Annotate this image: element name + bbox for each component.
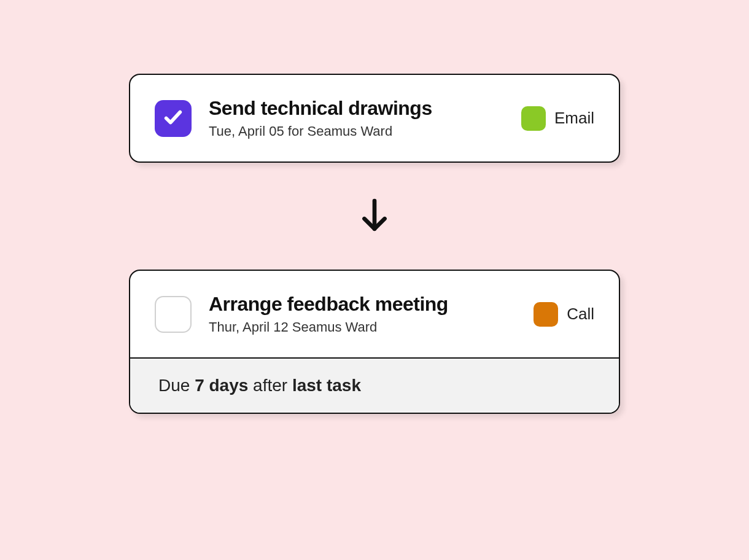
arrow-down-icon (359, 198, 390, 234)
task-card[interactable]: Arrange feedback meeting Thur, April 12 … (129, 270, 620, 414)
due-prefix: Due (158, 376, 195, 395)
due-middle: after (248, 376, 292, 395)
due-anchor: last task (292, 376, 361, 395)
task-card[interactable]: Send technical drawings Tue, April 05 fo… (129, 74, 620, 163)
task-title: Arrange feedback meeting (209, 293, 516, 316)
task-text: Send technical drawings Tue, April 05 fo… (209, 97, 504, 139)
task-checkbox[interactable] (155, 296, 192, 333)
task-due-rule: Due 7 days after last task (130, 357, 619, 413)
task-tag[interactable]: Call (534, 302, 594, 327)
task-card-body: Send technical drawings Tue, April 05 fo… (130, 75, 619, 161)
due-days: 7 days (195, 376, 248, 395)
task-text: Arrange feedback meeting Thur, April 12 … (209, 293, 516, 335)
tag-swatch (521, 106, 546, 131)
tag-label: Call (567, 305, 594, 324)
task-subtitle: Thur, April 12 Seamus Ward (209, 319, 516, 335)
task-subtitle: Tue, April 05 for Seamus Ward (209, 123, 504, 139)
task-title: Send technical drawings (209, 97, 504, 120)
check-icon (163, 107, 184, 130)
task-checkbox[interactable] (155, 100, 192, 137)
tag-swatch (534, 302, 558, 327)
tag-label: Email (554, 109, 594, 128)
task-card-body: Arrange feedback meeting Thur, April 12 … (130, 271, 619, 357)
task-tag[interactable]: Email (521, 106, 594, 131)
